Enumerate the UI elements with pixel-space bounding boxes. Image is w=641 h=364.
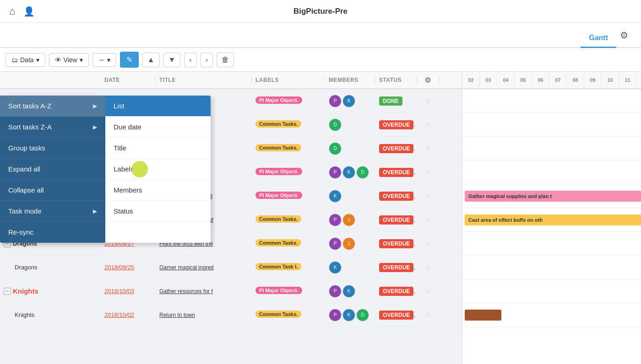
dd-sort-za[interactable]: Sort tasks Z-A ▶ — [0, 117, 105, 138]
dd-task-mode[interactable]: Task mode ▶ — [0, 201, 105, 222]
home-icon[interactable]: ⌂ — [9, 5, 15, 17]
row-members: P K — [325, 95, 375, 107]
col-settings[interactable]: ⚙ — [417, 76, 440, 85]
row-status: OVERDUE — [375, 310, 417, 320]
row-name: − Knights — [0, 287, 101, 295]
avatar: J — [342, 214, 355, 226]
row-label: PI Major Objecti. — [252, 287, 325, 295]
row-star[interactable]: ☆ — [417, 168, 440, 177]
dd2-list[interactable]: List — [105, 96, 211, 117]
dd-group-tasks-label: Group tasks — [8, 144, 45, 152]
row-date: 2018/10/03 — [101, 288, 156, 294]
tab-gantt[interactable]: Gantt — [581, 29, 616, 48]
edit-button[interactable]: ✎ — [120, 52, 139, 68]
tab-settings[interactable]: ⚙ — [616, 25, 632, 45]
row-star[interactable]: ☆ — [417, 287, 440, 295]
delete-button[interactable]: 🗑 — [217, 53, 234, 67]
left-button[interactable]: ‹ — [184, 53, 196, 67]
gantt-row — [462, 279, 641, 303]
dd-resync-label: Re-sync — [8, 228, 33, 236]
gantt-row: Gather magical supplies and plan t — [462, 184, 641, 208]
dd-arrow-icon: ▶ — [93, 103, 97, 109]
dd2-title[interactable]: Title — [105, 138, 211, 159]
row-members: P K — [325, 285, 375, 298]
row-star[interactable]: ☆ — [417, 310, 440, 319]
collapse-icon[interactable]: − — [4, 288, 11, 295]
row-title[interactable]: Return to town — [156, 311, 252, 318]
up-button[interactable]: ▲ — [142, 53, 160, 67]
avatar: D — [356, 309, 369, 321]
gantt-bar — [465, 310, 501, 321]
gantt-body: Gather magical supplies and plan t Cast … — [462, 89, 641, 327]
down-button[interactable]: ▼ — [163, 53, 181, 67]
dd-collapse-all[interactable]: Collapse all — [0, 180, 105, 201]
dd-collapse-all-label: Collapse all — [8, 186, 44, 194]
view-button[interactable]: 👁 View ▾ — [49, 53, 89, 67]
dropdown-secondary: List Due date Title Labels Members Statu… — [105, 96, 211, 243]
user-icon[interactable]: 👤 — [23, 6, 35, 17]
avatar: K — [329, 261, 342, 274]
row-label: Common Tasks. — [252, 144, 325, 153]
row-members: P K D — [325, 166, 375, 179]
dd-resync[interactable]: Re-sync — [0, 222, 105, 243]
avatar: D — [356, 166, 369, 179]
row-label: PI Major Objecti. — [252, 96, 325, 105]
table-row: Dragons 2018/09/25 Garner magical ingred… — [0, 256, 462, 279]
dd-group-tasks[interactable]: Group tasks — [0, 138, 105, 159]
avatar: P — [329, 214, 342, 226]
arrow-button[interactable]: ↔ ▾ — [92, 53, 116, 67]
row-status: OVERDUE — [375, 239, 417, 248]
avatar: K — [329, 190, 342, 203]
row-star[interactable]: ☆ — [417, 215, 440, 224]
col-members: MEMBERS — [325, 77, 375, 83]
dd-sort-az[interactable]: Sort tasks A-Z ▶ — [0, 96, 105, 117]
data-button[interactable]: 🗂 Data ▾ — [5, 53, 45, 67]
app-title: BigPicture-Pre — [293, 7, 348, 16]
row-star[interactable]: ☆ — [417, 239, 440, 248]
gantt-header: 02 03 04 05 06 07 08 09 10 11 — [462, 72, 641, 89]
toolbar: 🗂 Data ▾ 👁 View ▾ ↔ ▾ ✎ ▲ ▼ ‹ › 🗑 — [0, 48, 641, 72]
dd2-due-date[interactable]: Due date — [105, 117, 211, 138]
avatar: P — [329, 285, 342, 298]
row-label: Common Tasks. — [252, 120, 325, 129]
row-status: OVERDUE — [375, 215, 417, 225]
dd-arrow-icon: ▶ — [93, 208, 97, 214]
dd-expand-all[interactable]: Expand all — [0, 159, 105, 180]
top-bar: ⌂ 👤 BigPicture-Pre — [0, 0, 641, 23]
row-status: DONE — [375, 96, 417, 106]
row-title[interactable]: Gather resources for f — [156, 288, 252, 294]
row-status: OVERDUE — [375, 168, 417, 177]
row-star[interactable]: ☆ — [417, 192, 440, 200]
arrow-dropdown-arrow: ▾ — [107, 56, 110, 64]
gantt-bar: Gather magical supplies and plan t — [465, 191, 641, 202]
dd-sort-az-label: Sort tasks A-Z — [8, 102, 51, 110]
row-members: K — [325, 190, 375, 203]
row-star[interactable]: ☆ — [417, 96, 440, 105]
row-star[interactable]: ☆ — [417, 263, 440, 272]
view-dropdown-arrow: ▾ — [80, 56, 83, 64]
row-members: D — [325, 142, 375, 155]
avatar: K — [342, 285, 355, 298]
row-star[interactable]: ☆ — [417, 120, 440, 129]
right-button[interactable]: › — [201, 53, 213, 67]
gantt-bar: Cast area of effect buffs on oth — [465, 214, 641, 225]
view-label: View — [64, 56, 77, 64]
group-label: Knights — [13, 287, 38, 295]
gantt-date: 08 — [567, 72, 584, 88]
row-title[interactable]: Garner magical ingred — [156, 264, 252, 271]
row-label: PI Major Objecti. — [252, 168, 325, 177]
avatar: J — [342, 237, 355, 250]
data-dropdown-arrow: ▾ — [36, 56, 39, 64]
row-star[interactable]: ☆ — [417, 144, 440, 153]
dd2-due-date-label: Due date — [114, 123, 141, 131]
dd2-status-label: Status — [114, 207, 133, 215]
view-icon: 👁 — [55, 56, 61, 64]
avatar: K — [342, 95, 355, 107]
row-members: P J — [325, 237, 375, 250]
data-icon: 🗂 — [11, 56, 18, 64]
avatar: P — [329, 309, 342, 321]
data-label: Data — [20, 56, 34, 64]
dd2-status[interactable]: Status — [105, 201, 211, 222]
dd2-members[interactable]: Members — [105, 180, 211, 201]
dd2-labels[interactable]: Labels — [105, 159, 211, 180]
